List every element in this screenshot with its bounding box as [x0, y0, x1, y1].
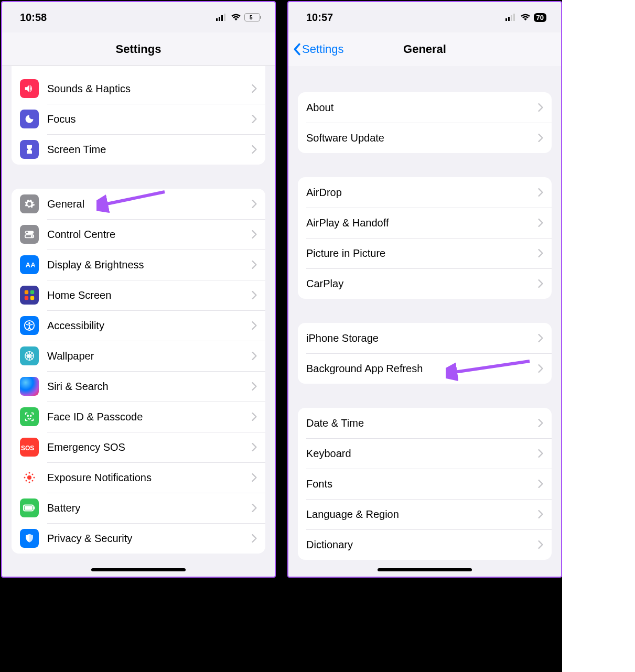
settings-row-emergency-sos[interactable]: SOSEmergency SOS	[12, 432, 265, 462]
svg-point-26	[26, 474, 27, 475]
row-label: Siri & Search	[47, 381, 252, 393]
settings-row-exposure-notifications[interactable]: Exposure Notifications	[12, 462, 265, 493]
general-row-background-app-refresh[interactable]: Background App Refresh	[298, 353, 552, 384]
settings-group-1: Sounds & HapticsFocusScreen Time	[12, 66, 265, 165]
row-label: Screen Time	[47, 144, 252, 156]
svg-rect-1	[219, 17, 220, 21]
settings-group-2: GeneralControl CentreAADisplay & Brightn…	[12, 189, 265, 554]
page-title: Settings	[116, 42, 162, 56]
cellular-icon	[216, 12, 228, 24]
status-bar: 10:58 5	[2, 2, 275, 32]
row-label: Keyboard	[306, 448, 538, 460]
svg-rect-10	[30, 290, 34, 294]
row-label: Date & Time	[306, 417, 538, 429]
svg-point-29	[32, 480, 34, 482]
row-label: Control Centre	[47, 229, 252, 241]
settings-list[interactable]: Sounds & HapticsFocusScreen Time General…	[2, 66, 275, 577]
row-label: About	[306, 102, 538, 114]
row-label: Battery	[47, 502, 252, 514]
accessibility-icon	[20, 316, 39, 335]
svg-point-21	[27, 475, 31, 480]
general-row-airplay-handoff[interactable]: AirPlay & Handoff	[298, 208, 552, 238]
row-label: Fonts	[306, 478, 538, 490]
settings-row-sounds-haptics[interactable]: Sounds & Haptics	[12, 73, 265, 104]
svg-rect-31	[25, 506, 33, 510]
back-button[interactable]: Settings	[293, 42, 344, 56]
settings-row-privacy-security[interactable]: Privacy & Security	[12, 523, 265, 554]
privacy-security-icon	[20, 529, 39, 548]
home-screen-icon	[20, 286, 39, 305]
row-label: Language & Region	[306, 508, 538, 521]
svg-rect-2	[221, 15, 223, 21]
general-row-about[interactable]: About	[298, 92, 552, 123]
home-indicator[interactable]	[378, 568, 472, 571]
settings-row-home-screen[interactable]: Home Screen	[12, 280, 265, 310]
svg-rect-3	[224, 14, 225, 21]
svg-point-7	[31, 235, 33, 237]
settings-row-control-centre[interactable]: Control Centre	[12, 219, 265, 250]
status-time: 10:57	[306, 12, 333, 24]
settings-row-siri-search[interactable]: Siri & Search	[12, 371, 265, 402]
home-indicator[interactable]	[91, 568, 186, 571]
settings-row-general[interactable]: General	[12, 189, 265, 219]
sounds-haptics-icon	[20, 79, 39, 98]
svg-point-14	[28, 322, 30, 324]
row-label: CarPlay	[306, 278, 538, 290]
battery-icon: 5	[244, 13, 260, 21]
settings-row-face-id[interactable]: Face ID & Passcode	[12, 402, 265, 432]
general-row-airdrop[interactable]: AirDrop	[298, 177, 552, 208]
general-row-date-time[interactable]: Date & Time	[298, 408, 552, 438]
settings-row-accessibility[interactable]: Accessibility	[12, 310, 265, 341]
focus-icon	[20, 110, 39, 128]
settings-row-wallpaper[interactable]: Wallpaper	[12, 341, 265, 371]
general-row-software-update[interactable]: Software Update	[298, 123, 552, 153]
row-label: Face ID & Passcode	[47, 411, 252, 423]
svg-point-28	[26, 480, 27, 482]
general-group-4: Date & TimeKeyboardFontsLanguage & Regio…	[298, 408, 552, 560]
general-row-keyboard[interactable]: Keyboard	[298, 438, 552, 469]
svg-text:AA: AA	[26, 261, 35, 269]
general-row-carplay[interactable]: CarPlay	[298, 268, 552, 299]
row-label: Dictionary	[306, 539, 538, 551]
row-label: General	[47, 198, 252, 210]
svg-rect-0	[216, 18, 218, 21]
svg-point-22	[29, 472, 30, 474]
settings-row-battery[interactable]: Battery	[12, 493, 265, 523]
svg-point-23	[29, 482, 30, 483]
general-list[interactable]: AboutSoftware Update AirDropAirPlay & Ha…	[288, 66, 561, 577]
svg-point-19	[30, 415, 31, 416]
row-label: Picture in Picture	[306, 247, 538, 259]
settings-row-screen-time[interactable]: Screen Time	[12, 134, 265, 165]
svg-point-24	[24, 477, 26, 479]
settings-row-display-brightness[interactable]: AADisplay & Brightness	[12, 250, 265, 280]
row-label: Focus	[47, 113, 252, 125]
svg-point-25	[34, 477, 35, 479]
row-label: Emergency SOS	[47, 441, 252, 453]
battery-icon	[20, 498, 39, 517]
row-label: Software Update	[306, 132, 538, 144]
svg-point-17	[25, 382, 34, 391]
exposure-notifications-icon	[20, 468, 39, 487]
settings-row-focus[interactable]: Focus	[12, 104, 265, 134]
svg-text:SOS: SOS	[21, 445, 34, 452]
display-brightness-icon: AA	[20, 255, 39, 274]
general-row-dictionary[interactable]: Dictionary	[298, 529, 552, 560]
svg-rect-12	[30, 296, 34, 300]
general-row-picture-in-picture[interactable]: Picture in Picture	[298, 238, 552, 268]
general-screen: 10:57 70 Settings General AboutSoftware …	[287, 1, 562, 578]
nav-header: Settings General	[288, 32, 561, 66]
general-row-iphone-storage[interactable]: iPhone Storage	[298, 323, 552, 353]
svg-rect-36	[511, 15, 512, 21]
svg-rect-11	[25, 296, 28, 300]
row-label: Exposure Notifications	[47, 472, 252, 484]
svg-rect-32	[34, 506, 35, 510]
svg-rect-37	[513, 14, 515, 21]
svg-point-27	[32, 474, 34, 475]
general-row-fonts[interactable]: Fonts	[298, 469, 552, 499]
wifi-icon	[520, 12, 531, 24]
general-row-language-region[interactable]: Language & Region	[298, 499, 552, 529]
control-centre-icon	[20, 225, 39, 244]
general-icon	[20, 194, 39, 213]
row-label: Sounds & Haptics	[47, 83, 252, 95]
row-label: Home Screen	[47, 289, 252, 301]
